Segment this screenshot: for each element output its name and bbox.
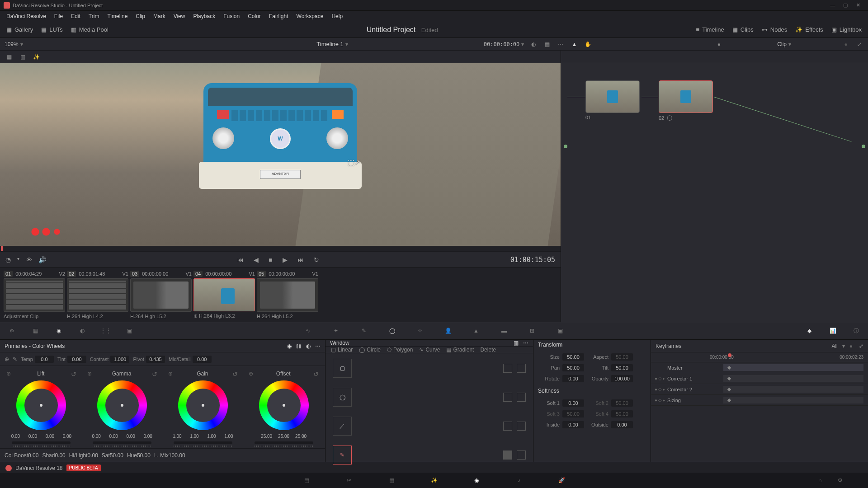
viewer-image[interactable]: W ADVNTXR ⬚↗: [0, 63, 561, 246]
picker-icon[interactable]: ⊕: [168, 371, 173, 378]
field-opacity[interactable]: 100.00: [611, 375, 633, 382]
viewer-timecode[interactable]: 00:00:00:00: [484, 41, 519, 47]
bars-mode-icon[interactable]: ⫿⫿: [296, 343, 302, 349]
picker-icon[interactable]: ⊕: [87, 371, 92, 378]
kf-track-sizing[interactable]: ●◇▸Sizing: [651, 395, 868, 406]
shape-curve[interactable]: ／: [330, 416, 528, 436]
node-mode-label[interactable]: Clip: [777, 41, 787, 47]
picker-icon[interactable]: ⊕: [249, 371, 253, 378]
param-shad[interactable]: Shad0.00: [42, 452, 65, 459]
clip-04[interactable]: 0400:00:00:00V1⊕ H.264 High L3.2: [193, 271, 255, 319]
minimize-button[interactable]: —: [826, 3, 839, 8]
rgb-mixer-icon[interactable]: ⋮⋮: [100, 325, 111, 336]
menu-file[interactable]: File: [51, 12, 66, 21]
field-soft2[interactable]: 50.00: [611, 399, 633, 407]
motion-icon[interactable]: ▣: [124, 325, 135, 336]
options-icon[interactable]: ⋯: [557, 41, 565, 47]
wintool-linear[interactable]: ▢ Linear: [331, 347, 353, 353]
qualifier-icon[interactable]: ◔: [5, 256, 11, 263]
menu-davinci-resolve[interactable]: DaVinci Resolve: [3, 12, 50, 21]
field-tilt[interactable]: 50.00: [611, 364, 633, 371]
split-view-icon[interactable]: ▦: [543, 41, 551, 47]
split-screen-icon[interactable]: ▥: [18, 52, 27, 61]
edit-page-icon[interactable]: ▦: [386, 475, 397, 486]
toolbar-clips[interactable]: ▦Clips: [732, 26, 754, 33]
color-wheel[interactable]: [16, 380, 66, 430]
clip-03[interactable]: 0300:00:00:00V1H.264 High L5.2: [130, 271, 192, 319]
field-aspect[interactable]: 50.00: [611, 353, 633, 361]
options-icon[interactable]: ⋯: [523, 340, 528, 346]
log-mode-icon[interactable]: ◐: [306, 343, 311, 349]
keyframe-dot-icon[interactable]: ●: [849, 343, 853, 349]
color-page-icon[interactable]: ◉: [471, 475, 482, 486]
field-rotate[interactable]: 0.00: [562, 375, 584, 382]
param-pivot[interactable]: Pivot0.435: [133, 356, 165, 363]
maximize-button[interactable]: ▢: [839, 2, 852, 8]
expand-icon[interactable]: ⤢: [855, 41, 863, 47]
pick-white-icon[interactable]: ✎: [13, 356, 17, 362]
wintool-circle[interactable]: ◯ Circle: [359, 347, 381, 353]
color-wheel[interactable]: [97, 380, 147, 430]
field-inside[interactable]: 0.00: [562, 421, 584, 428]
options-icon[interactable]: ⋯: [315, 343, 321, 349]
menu-help[interactable]: Help: [328, 12, 346, 21]
param-middetail[interactable]: Mid/Detail0.00: [169, 356, 212, 363]
param-tint[interactable]: Tint0.00: [57, 356, 86, 363]
loop-button[interactable]: ↻: [314, 256, 319, 263]
chevron-down-icon[interactable]: ▾: [521, 41, 524, 47]
blur-icon[interactable]: ▲: [471, 325, 481, 336]
info-icon[interactable]: ⓘ: [851, 325, 862, 336]
3d-icon[interactable]: ▣: [555, 325, 566, 336]
reset-icon[interactable]: ↺: [152, 371, 157, 378]
viewer-scrubber[interactable]: [0, 246, 561, 251]
param-hue[interactable]: Hue50.00: [127, 452, 151, 459]
field-soft3[interactable]: 50.00: [562, 410, 584, 418]
menu-clip[interactable]: Clip: [132, 12, 149, 21]
chevron-down-icon[interactable]: ▾: [20, 41, 23, 47]
clip-02[interactable]: 0200:03:01:48V1H.264 High L4.2: [67, 271, 128, 319]
fairlight-page-icon[interactable]: ♪: [514, 475, 524, 486]
chevron-down-icon[interactable]: ▾: [17, 256, 19, 263]
clip-05[interactable]: 0500:00:00:00V1H.264 High L5.2: [257, 271, 318, 319]
param-hilight[interactable]: Hi/Light0.00: [69, 452, 98, 459]
prev-clip-button[interactable]: ⏮: [237, 256, 244, 263]
wintool-gradient[interactable]: ▦ Gradient: [446, 347, 474, 353]
y-slider[interactable]: [12, 441, 71, 444]
primaries-wheel-icon[interactable]: ◉: [53, 325, 64, 336]
close-button[interactable]: ✕: [852, 2, 864, 8]
keyframes-icon[interactable]: ◆: [804, 325, 815, 336]
viewer-zoom[interactable]: 109%: [5, 41, 19, 47]
graph-output-dot[interactable]: [862, 145, 865, 148]
y-slider[interactable]: [174, 441, 232, 444]
field-outside[interactable]: 0.00: [611, 421, 633, 428]
reverse-button[interactable]: ◀: [254, 256, 259, 263]
shape-circle[interactable]: ◯: [330, 387, 528, 408]
next-clip-button[interactable]: ⏭: [297, 256, 304, 263]
reset-icon[interactable]: ↺: [313, 371, 319, 378]
field-soft4[interactable]: 50.00: [611, 410, 633, 418]
shape-linear[interactable]: ▢: [330, 358, 528, 379]
keyframe-dot-icon[interactable]: ●: [715, 41, 723, 47]
deliver-page-icon[interactable]: 🚀: [556, 475, 567, 486]
dot-icon[interactable]: ●: [842, 41, 850, 47]
kf-track-corrector-2[interactable]: ●◇▸Corrector 2: [651, 384, 868, 395]
menu-color[interactable]: Color: [244, 12, 264, 21]
magic-mask-icon[interactable]: 👤: [443, 325, 453, 336]
y-slider[interactable]: [255, 441, 313, 444]
timeline-name[interactable]: Timeline 1: [316, 41, 343, 47]
camera-raw-icon[interactable]: ⚙: [6, 325, 17, 336]
color-wheel[interactable]: [178, 380, 228, 430]
toolbar-timeline[interactable]: ≡Timeline: [696, 26, 724, 33]
image-wipe-icon[interactable]: ▦: [5, 52, 14, 61]
sizing-icon[interactable]: ⊞: [527, 325, 538, 336]
unmute-icon[interactable]: 👁: [26, 256, 32, 263]
hand-icon[interactable]: ✋: [584, 41, 592, 47]
node-02[interactable]: 02◯: [659, 80, 713, 121]
menu-fusion[interactable]: Fusion: [220, 12, 243, 21]
curves-icon[interactable]: ∿: [302, 325, 313, 336]
field-pan[interactable]: 50.00: [562, 364, 584, 371]
wheels-mode-icon[interactable]: ◉: [287, 343, 292, 349]
scopes-icon[interactable]: 📊: [827, 325, 838, 336]
param-lmix[interactable]: L. Mix100.00: [154, 452, 185, 459]
node-graph[interactable]: 01 02◯: [561, 63, 868, 322]
